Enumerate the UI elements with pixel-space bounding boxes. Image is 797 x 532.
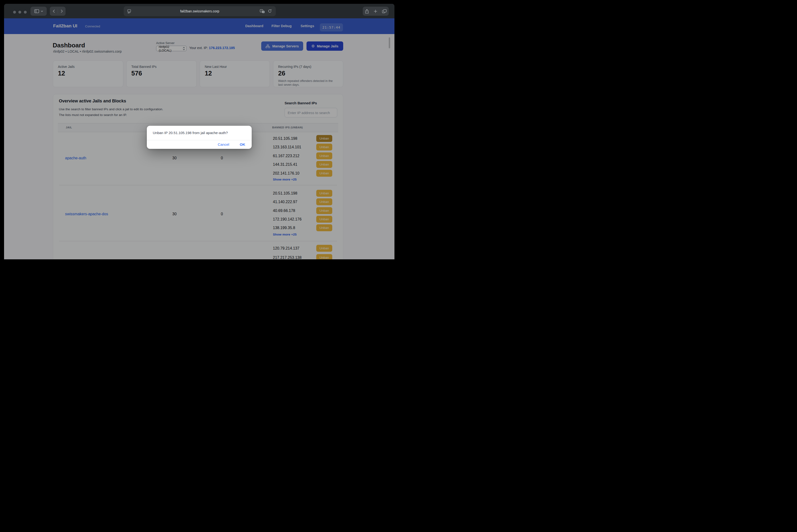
dialog-message: Unban IP 20.51.105.198 from jail apache-… [153, 131, 247, 135]
traffic-light-close-button[interactable] [13, 11, 16, 14]
back-button[interactable] [50, 7, 58, 16]
share-icon[interactable] [365, 9, 369, 14]
translate-icon[interactable]: A 文 [260, 9, 265, 13]
screen: fail2ban.swissmakers.corp A 文 [0, 0, 399, 266]
sidebar-toggle-button[interactable] [31, 7, 47, 16]
new-tab-icon[interactable] [374, 10, 377, 13]
traffic-light-zoom-button[interactable] [24, 11, 27, 14]
chevron-down-icon [41, 11, 43, 12]
unban-confirm-dialog: Unban IP 20.51.105.198 from jail apache-… [147, 126, 252, 149]
reload-icon[interactable] [268, 9, 272, 13]
sidebar-icon [34, 9, 39, 13]
browser-window: fail2ban.swissmakers.corp A 文 [4, 4, 395, 259]
svg-text:A: A [261, 10, 262, 12]
ok-button[interactable]: OK [240, 142, 245, 147]
toolbar-right-group [363, 7, 389, 16]
traffic-light-minimize-button[interactable] [18, 11, 21, 14]
url-text[interactable]: fail2ban.swissmakers.corp [124, 6, 276, 16]
svg-text:文: 文 [262, 11, 265, 13]
dialog-actions: Cancel OK [147, 140, 252, 149]
cancel-button[interactable]: Cancel [218, 142, 229, 147]
address-bar[interactable]: fail2ban.swissmakers.corp A 文 [124, 6, 276, 16]
forward-button[interactable] [58, 7, 66, 16]
tab-overview-icon[interactable] [382, 9, 386, 13]
browser-toolbar: fail2ban.swissmakers.corp A 文 [4, 4, 395, 18]
history-nav-group [50, 7, 66, 16]
